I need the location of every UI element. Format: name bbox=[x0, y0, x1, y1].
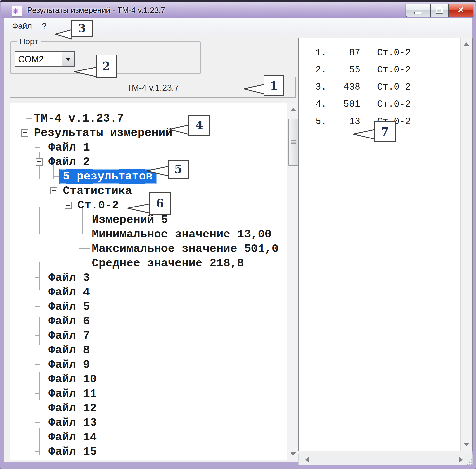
tree-node[interactable]: Файл 4 bbox=[48, 285, 90, 299]
tree-node-label[interactable]: Файл 2 bbox=[48, 155, 90, 168]
tree-connector-line bbox=[35, 393, 46, 394]
tree-node-label[interactable]: Минимальное значение 13,00 bbox=[92, 228, 272, 241]
callout-7: 7 bbox=[374, 121, 396, 142]
tree-node[interactable]: Файл 14 bbox=[48, 430, 97, 444]
tree-connector-line bbox=[35, 321, 46, 321]
app-icon: ✳ bbox=[12, 6, 22, 17]
tree-node-label[interactable]: Файл 15 bbox=[48, 445, 97, 458]
tree-node[interactable]: Файл 15 bbox=[48, 444, 97, 459]
tree-node[interactable]: Минимальное значение 13,00 bbox=[92, 227, 272, 241]
scroll-down-icon[interactable] bbox=[290, 452, 296, 455]
minimize-button[interactable] bbox=[406, 4, 431, 17]
close-button[interactable]: ✕ bbox=[448, 4, 473, 17]
tree-node[interactable]: Файл 11 bbox=[48, 386, 97, 401]
callout-pointer-icon bbox=[353, 128, 375, 140]
scrollbar-grip-icon bbox=[290, 139, 296, 145]
resize-grip-icon[interactable] bbox=[466, 458, 473, 466]
tree-node[interactable]: 5 результатов bbox=[59, 169, 157, 184]
scroll-right-icon[interactable] bbox=[459, 457, 462, 463]
port-combobox-value: COM2 bbox=[18, 54, 44, 65]
tree-scrollbar-thumb[interactable] bbox=[288, 118, 298, 166]
callout-number: 4 bbox=[195, 118, 203, 132]
tree-node[interactable]: Файл 12 bbox=[48, 401, 97, 415]
client-area: Файл ? Порт COM2 ТМ-4 v.1.23.7 ТМ-4 v.1.… bbox=[4, 18, 472, 462]
tree-node[interactable]: Файл 1 bbox=[48, 140, 90, 154]
scroll-up-icon[interactable] bbox=[290, 108, 296, 111]
tree-node[interactable]: Файл 10 bbox=[48, 372, 97, 386]
collapse-minus-icon[interactable] bbox=[21, 129, 29, 136]
tree-node[interactable]: Файл 7 bbox=[48, 329, 90, 343]
tree-node[interactable]: Среднее значение 218,8 bbox=[92, 256, 244, 270]
tree-node-label[interactable]: Файл 6 bbox=[48, 315, 90, 328]
tree-connector-line bbox=[39, 130, 40, 460]
tree-connector-line bbox=[35, 364, 46, 365]
window-controls: ✕ bbox=[406, 4, 473, 17]
tree-node[interactable]: Файл 2 bbox=[48, 155, 90, 169]
port-combobox[interactable]: COM2 bbox=[15, 51, 75, 67]
results-vertical-scrollbar[interactable] bbox=[460, 38, 472, 451]
tree-node-label[interactable]: Файл 1 bbox=[48, 141, 90, 154]
collapse-minus-icon[interactable] bbox=[64, 201, 72, 209]
title-bar[interactable]: ✳ Результаты измерений - ТМ-4 v.1.23.7 ✕ bbox=[1, 2, 475, 18]
tree-node-label[interactable]: Файл 5 bbox=[48, 300, 90, 313]
tree-node[interactable]: ТМ-4 v.1.23.7 bbox=[34, 111, 124, 125]
maximize-icon bbox=[436, 7, 443, 13]
scroll-up-icon[interactable] bbox=[463, 42, 469, 46]
tree-node[interactable]: Максимальное значение 501,0 bbox=[92, 242, 279, 256]
callout-number: 1 bbox=[270, 79, 278, 92]
menu-help[interactable]: ? bbox=[42, 21, 46, 31]
tree-node[interactable]: Ст.0-2 bbox=[77, 198, 119, 212]
tree-node[interactable]: Файл 16 bbox=[48, 459, 97, 460]
port-combobox-dropdown-button[interactable] bbox=[62, 52, 74, 66]
chevron-down-icon bbox=[65, 58, 71, 61]
tree-node-label[interactable]: Измерений 5 bbox=[92, 213, 168, 226]
tree-node-label-selected[interactable]: 5 результатов bbox=[59, 169, 157, 184]
collapse-minus-icon[interactable] bbox=[50, 187, 57, 195]
tree-node-label[interactable]: Файл 10 bbox=[48, 373, 97, 386]
tree-node-label[interactable]: Файл 14 bbox=[48, 431, 97, 444]
tree-node[interactable]: Измерений 5 bbox=[92, 213, 168, 227]
tree-node-label[interactable]: Файл 13 bbox=[48, 416, 97, 429]
result-row[interactable]: 2. 55 Ст.0-2 bbox=[310, 61, 411, 78]
tree-node[interactable]: Файл 3 bbox=[48, 271, 90, 285]
tree-node-label[interactable]: Ст.0-2 bbox=[77, 199, 119, 212]
tree-node-label[interactable]: Файл 7 bbox=[48, 329, 90, 342]
tree-node[interactable]: Файл 6 bbox=[48, 314, 90, 328]
results-horizontal-scrollbar[interactable] bbox=[298, 454, 473, 465]
tree-node[interactable]: Файл 5 bbox=[48, 300, 90, 314]
scroll-down-icon[interactable] bbox=[463, 443, 469, 446]
results-panel: 1. 87 Ст.0-2 2. 55 Ст.0-2 3. 438 Ст.0-2 … bbox=[298, 38, 473, 451]
collapse-minus-icon[interactable] bbox=[36, 158, 43, 166]
result-row[interactable]: 3. 438 Ст.0-2 bbox=[310, 78, 411, 96]
result-row[interactable]: 4. 501 Ст.0-2 bbox=[310, 96, 411, 113]
tree-node-label[interactable]: Файл 12 bbox=[48, 402, 97, 415]
callout-pointer-icon bbox=[74, 65, 97, 78]
callout-number: 2 bbox=[102, 59, 110, 73]
tree-node[interactable]: Файл 9 bbox=[48, 357, 90, 372]
tree-node-label[interactable]: Файл 9 bbox=[48, 358, 90, 371]
tree-node[interactable]: Статистика bbox=[63, 184, 132, 198]
maximize-button[interactable] bbox=[431, 4, 448, 17]
tree-connector-line bbox=[79, 219, 90, 220]
tree-node-label[interactable]: Среднее значение 218,8 bbox=[92, 257, 244, 270]
tree-node-label[interactable]: Файл 11 bbox=[48, 387, 97, 400]
tree-node-label[interactable]: Максимальное значение 501,0 bbox=[92, 242, 279, 255]
tree-node[interactable]: Файл 8 bbox=[48, 343, 90, 357]
tree-node-label[interactable]: ТМ-4 v.1.23.7 bbox=[34, 112, 124, 125]
tree-node[interactable]: Результаты измерений bbox=[34, 126, 172, 140]
callout-number: 7 bbox=[381, 125, 389, 138]
tree-connector-line bbox=[35, 350, 46, 351]
tree-node-label[interactable]: Файл 16 bbox=[48, 460, 97, 461]
tree-node-label[interactable]: Результаты измерений bbox=[34, 126, 172, 139]
minimize-icon bbox=[414, 12, 422, 14]
tree-node-label[interactable]: Файл 3 bbox=[48, 271, 90, 284]
result-row[interactable]: 1. 87 Ст.0-2 bbox=[310, 44, 411, 61]
scroll-left-icon[interactable] bbox=[305, 457, 309, 463]
tree-vertical-scrollbar[interactable] bbox=[287, 103, 299, 460]
tree-node-label[interactable]: Файл 4 bbox=[48, 286, 90, 299]
tree-node[interactable]: Файл 13 bbox=[48, 416, 97, 430]
tree-node-label[interactable]: Статистика bbox=[63, 184, 132, 197]
tree-node-label[interactable]: Файл 8 bbox=[48, 344, 90, 357]
menu-file[interactable]: Файл bbox=[12, 21, 32, 31]
port-groupbox-label: Порт bbox=[17, 37, 41, 46]
